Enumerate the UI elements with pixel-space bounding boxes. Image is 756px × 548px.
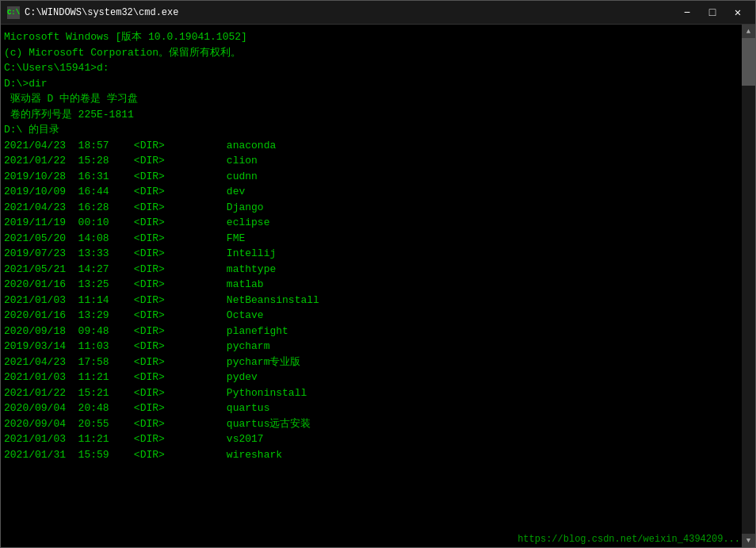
terminal-line: 2021/01/03 11:21 <DIR> pydev <box>4 370 739 385</box>
terminal-line: 2020/09/04 20:55 <DIR> quartus远古安装 <box>4 416 739 432</box>
terminal-line: 卷的序列号是 225E-1811 <box>4 107 739 123</box>
terminal-line: 2020/09/04 20:48 <DIR> quartus <box>4 400 739 416</box>
terminal-line: 2021/01/22 15:21 <DIR> Pythoninstall <box>4 385 739 401</box>
cmd-window: C:\ C:\WINDOWS\system32\cmd.exe − □ ✕ Mi… <box>0 0 756 548</box>
terminal-line: (c) Microsoft Corporation。保留所有权利。 <box>4 45 739 61</box>
close-button[interactable]: ✕ <box>727 4 749 21</box>
scrollbar-thumb[interactable] <box>742 38 755 86</box>
terminal-line: 2021/05/21 14:27 <DIR> mathtype <box>4 262 739 278</box>
terminal-output: Microsoft Windows [版本 10.0.19041.1052](c… <box>1 25 742 547</box>
terminal-line: 2019/07/23 13:33 <DIR> Intellij <box>4 246 739 262</box>
minimize-button[interactable]: − <box>676 4 698 21</box>
terminal-line: 2019/10/28 16:31 <DIR> cudnn <box>4 169 739 185</box>
watermark: https://blog.csdn.net/weixin_4394209... <box>517 534 740 545</box>
titlebar: C:\ C:\WINDOWS\system32\cmd.exe − □ ✕ <box>1 1 755 25</box>
terminal-line: C:\Users\15941>d: <box>4 60 739 76</box>
terminal-line: D:\>dir <box>4 76 739 92</box>
terminal-line: 2021/04/23 18:57 <DIR> anaconda <box>4 138 739 154</box>
window-controls: − □ ✕ <box>676 4 749 21</box>
scrollbar-track[interactable] <box>742 38 755 534</box>
terminal-line: 2021/01/31 15:59 <DIR> wireshark <box>4 447 739 463</box>
scroll-up-arrow[interactable]: ▲ <box>742 25 755 38</box>
window-title: C:\WINDOWS\system32\cmd.exe <box>25 7 676 18</box>
terminal-line: Microsoft Windows [版本 10.0.19041.1052] <box>4 29 739 45</box>
terminal-line: 2019/03/14 11:03 <DIR> pycharm <box>4 339 739 354</box>
terminal-line: 驱动器 D 中的卷是 学习盘 <box>4 91 739 107</box>
terminal-line: 2019/11/19 00:10 <DIR> eclipse <box>4 215 739 231</box>
scrollbar[interactable]: ▲ ▼ <box>742 25 755 547</box>
terminal-line: D:\ 的目录 <box>4 122 739 138</box>
terminal-line: 2019/10/09 16:44 <DIR> dev <box>4 184 739 200</box>
terminal-line: 2021/04/23 16:28 <DIR> Django <box>4 200 739 216</box>
scroll-down-arrow[interactable]: ▼ <box>742 534 755 547</box>
content-wrapper: Microsoft Windows [版本 10.0.19041.1052](c… <box>1 25 755 547</box>
terminal-line: 2021/01/22 15:28 <DIR> clion <box>4 153 739 169</box>
terminal-line: 2021/04/23 17:58 <DIR> pycharm专业版 <box>4 354 739 370</box>
terminal-line: 2020/01/16 13:25 <DIR> matlab <box>4 277 739 293</box>
app-icon: C:\ <box>7 6 20 19</box>
terminal-line: 2021/05/20 14:08 <DIR> FME <box>4 231 739 247</box>
terminal-line: 2020/09/18 09:48 <DIR> planefight <box>4 324 739 339</box>
terminal-line: 2020/01/16 13:29 <DIR> Octave <box>4 308 739 324</box>
maximize-button[interactable]: □ <box>701 4 724 21</box>
terminal-line: 2021/01/03 11:21 <DIR> vs2017 <box>4 431 739 447</box>
terminal-line: 2021/01/03 11:14 <DIR> NetBeansinstall <box>4 293 739 308</box>
